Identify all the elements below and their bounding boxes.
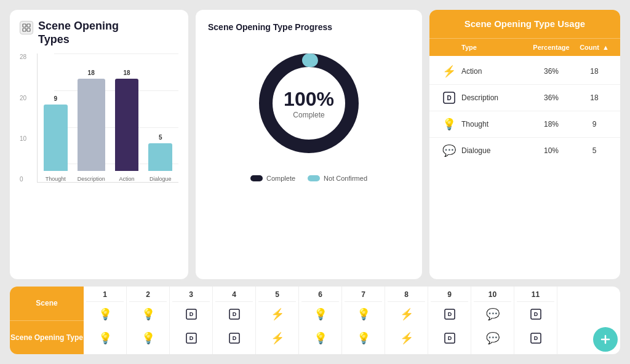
donut-sublabel: Complete	[284, 111, 334, 119]
y-label-10: 10	[20, 135, 26, 142]
y-label-20: 20	[20, 95, 26, 101]
legend-dot-complete	[250, 175, 263, 181]
bottom-scene-icon-10: 💬	[486, 302, 500, 326]
table-header-row: Type Percentage Count ▲	[429, 38, 620, 56]
bottom-col-5: 5 ⚡ ⚡	[256, 287, 299, 354]
svg-text:D: D	[447, 311, 452, 317]
bottom-col-4: 4 D D	[213, 287, 256, 354]
svg-text:D: D	[447, 335, 452, 341]
bottom-labels: Scene Scene Opening Type	[10, 287, 84, 354]
row-pct-thought: 18%	[527, 120, 576, 129]
y-axis: 0 10 20 28	[20, 53, 26, 183]
legend-notconfirmed: Not Confirmed	[308, 175, 367, 182]
table-title: Scene Opening Type Usage	[465, 18, 585, 29]
bottom-scene-icon-9: D	[444, 302, 456, 326]
bottom-type-icon-8: ⚡	[400, 326, 413, 351]
bottom-type-icon-9: D	[444, 326, 456, 351]
col-header-8: 8	[388, 290, 425, 302]
col-header-5: 5	[258, 290, 296, 302]
bottom-label-scene: Scene	[10, 287, 84, 321]
table-row: D Description 36% 18	[429, 85, 620, 111]
svg-rect-0	[23, 24, 26, 27]
col-header-7: 7	[345, 290, 382, 302]
bar-chart-panel: Scene Opening Types 0 10 20 28 9	[10, 10, 188, 279]
table-row: 💬 Dialogue 10% 5	[429, 138, 620, 164]
svg-text:D: D	[533, 335, 538, 341]
bottom-col-11: 11 D D	[514, 287, 557, 354]
table-row: 💡 Thought 18% 9	[429, 111, 620, 138]
bar-dialogue: 5 Dialogue	[148, 134, 172, 182]
bottom-type-icon-10: 💬	[486, 326, 500, 351]
row-pct-action: 36%	[527, 67, 576, 76]
svg-text:D: D	[189, 335, 193, 341]
row-count-action: 18	[576, 67, 613, 76]
svg-text:D: D	[232, 311, 236, 317]
svg-text:D: D	[447, 95, 451, 101]
col-header-6: 6	[301, 290, 339, 302]
row-type-description: Description	[461, 93, 527, 102]
bottom-type-icon-4: D	[228, 326, 241, 351]
panel-header: Scene Opening Types	[20, 20, 178, 46]
bottom-col-6: 6 💡 💡	[299, 287, 342, 354]
chart-area: 0 10 20 28 9 Thought	[20, 53, 178, 201]
count-label: Count	[580, 44, 599, 51]
bar-description: 18 Description	[78, 69, 105, 182]
bar-rect-thought	[44, 105, 68, 171]
header-icon-col	[437, 44, 461, 51]
svg-text:D: D	[232, 335, 236, 341]
bottom-col-10: 10 💬 💬	[471, 287, 514, 354]
row-icon-dialogue: 💬	[437, 144, 461, 157]
table-title-header: Scene Opening Type Usage	[429, 10, 620, 38]
bottom-scene-icon-7: 💡	[357, 302, 370, 326]
legend-label-complete: Complete	[266, 175, 295, 182]
donut-center: 100% Complete	[284, 88, 334, 119]
bottom-type-icon-6: 💡	[314, 326, 327, 351]
bottom-scene-icon-2: 💡	[142, 302, 155, 326]
bottom-scene-icon-3: D	[185, 302, 197, 326]
donut-percent: 100%	[284, 88, 334, 111]
bar-value-dialogue: 5	[159, 134, 162, 141]
bottom-type-icon-3: D	[185, 326, 197, 351]
legend-complete: Complete	[250, 175, 295, 182]
bottom-timeline-panel: Scene Scene Opening Type 1 💡 💡 2 💡 💡 3 D	[10, 287, 620, 354]
bar-label-thought: Thought	[46, 176, 66, 182]
col-header-11: 11	[517, 290, 554, 302]
bottom-scene-icon-1: 💡	[98, 302, 112, 326]
bottom-col-9: 9 D D	[428, 287, 471, 354]
panel-title: Scene Opening Types	[38, 20, 119, 46]
bottom-col-2: 2 💡 💡	[127, 287, 170, 354]
bottom-scene-icon-6: 💡	[314, 302, 327, 326]
row-icon-action: ⚡	[437, 65, 461, 78]
header-type-col: Type	[461, 44, 527, 51]
svg-rect-1	[27, 24, 30, 27]
col-header-3: 3	[172, 290, 210, 302]
y-label-0: 0	[20, 176, 26, 183]
donut-container: 100% Complete	[253, 48, 364, 159]
bottom-type-icon-5: ⚡	[271, 326, 284, 351]
y-label-28: 28	[20, 53, 26, 60]
header-count-col: Count ▲	[576, 44, 613, 51]
bar-value-description: 18	[88, 69, 95, 76]
bottom-col-3: 3 D D	[170, 287, 213, 354]
bottom-data-columns[interactable]: 1 💡 💡 2 💡 💡 3 D D	[84, 287, 620, 354]
svg-text:D: D	[533, 311, 538, 317]
panel-icon	[20, 21, 33, 34]
row-type-dialogue: Dialogue	[461, 146, 527, 155]
bottom-type-icon-2: 💡	[142, 326, 155, 351]
header-pct-col: Percentage	[527, 44, 576, 51]
bar-value-action: 18	[123, 69, 130, 76]
bottom-col-8: 8 ⚡ ⚡	[385, 287, 428, 354]
row-icon-description: D	[437, 91, 461, 105]
col-header-10: 10	[474, 290, 511, 302]
bar-rect-action	[115, 79, 139, 171]
bar-label-dialogue: Dialogue	[150, 176, 172, 182]
bottom-col-7: 7 💡 💡	[342, 287, 385, 354]
fab-button[interactable]	[593, 327, 618, 352]
bottom-scene-icon-8: ⚡	[400, 302, 413, 326]
col-header-1: 1	[86, 290, 124, 302]
svg-rect-2	[23, 28, 26, 31]
donut-chart-panel: Scene Opening Type Progress 100% Complet…	[196, 10, 422, 279]
sort-arrow-icon[interactable]: ▲	[602, 44, 609, 51]
row-count-thought: 9	[576, 120, 613, 129]
row-type-thought: Thought	[461, 120, 527, 129]
